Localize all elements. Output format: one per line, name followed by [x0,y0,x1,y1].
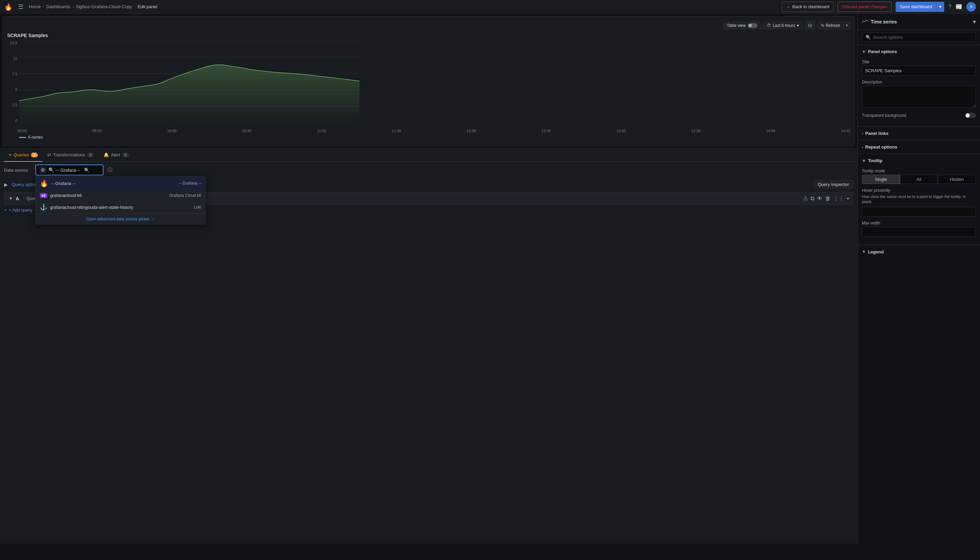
nav-right: ← Back to dashboard Discard panel change… [782,2,976,12]
query-copy-icon[interactable]: ⧉ [811,195,814,202]
time-range-button[interactable]: ⏱ Last 6 hours ▾ [763,22,803,29]
right-panel-search: 🔍 [858,30,980,45]
tab-alert[interactable]: 🔔 Alert 0 [99,149,134,162]
hamburger-button[interactable]: ☰ [18,3,23,10]
panel-links-chevron: › [862,131,863,136]
panel-type-chevron[interactable]: ▾ [973,18,976,25]
dropdown-item-loki[interactable]: ⚓ grafanacloud-nitingouda-alert-state-hi… [36,201,205,213]
section-legend[interactable]: ▼ Legend [858,247,980,257]
query-letter: A [16,196,24,201]
datasource-label: Data source [4,168,31,173]
top-nav: 🔥 ☰ Home › Dashboards › SigNoz-Grafana-C… [0,0,980,13]
max-width-label: Max width [862,221,976,225]
query-alert-icon[interactable]: ⚠ [803,195,808,202]
table-view-toggle[interactable]: Table view [723,22,761,29]
transparent-bg-toggle[interactable] [965,113,976,118]
refresh-chevron-button[interactable]: ▾ [844,22,850,29]
section-panel-options[interactable]: ▼ Panel options [858,46,980,57]
datasource-select[interactable]: 🔍 -- Grafana -- 🔍 [35,165,103,175]
save-dashboard-button[interactable]: Save dashboard [895,2,936,12]
query-collapse-icon[interactable]: ▼ [8,196,13,201]
query-drag-icon[interactable]: ⋮⋮ [833,195,844,202]
tooltip-mode-hidden[interactable]: Hidden [938,175,976,184]
loki-icon: ⚓ [40,203,47,211]
zoom-button[interactable]: ⊖ [805,21,815,30]
tooltip-chevron: ▼ [862,158,866,163]
hover-prox-desc: How close the cursor must be to a point … [862,194,976,205]
refresh-group: ↻ Refresh ▾ [817,22,850,29]
query-panel: ≡ Queries 1 ⇄ Transformations 0 🔔 Alert … [0,148,857,543]
section-panel-links[interactable]: › Panel links [858,128,980,138]
legend-chevron: ▼ [862,249,866,254]
chart-area: Table view ⏱ Last 6 hours ▾ ⊖ ↻ Refresh … [3,17,855,146]
tooltip-mode-label: Tooltip mode [862,168,976,173]
query-select-chevron[interactable]: ▾ [847,196,849,201]
panel-type-label: Time series [871,19,897,25]
chart-title: SCRAPE Samples [7,33,850,38]
panel-type-selector[interactable]: Time series [862,18,897,25]
save-dashboard-group: Save dashboard ▾ [895,2,944,12]
news-icon[interactable]: 📰 [955,3,962,10]
search-icon: 🔍 [48,167,54,173]
section-tooltip[interactable]: ▼ Tooltip [858,155,980,166]
chart-container: 12.5 10 7.5 5 2.5 0 [7,41,850,140]
save-dashboard-chevron[interactable]: ▾ [936,2,944,12]
transparent-bg-row: Transparent background [862,113,976,118]
breadcrumb-home[interactable]: Home [29,4,41,9]
user-avatar[interactable]: A [967,2,976,12]
table-view-switch[interactable] [748,23,757,28]
k6-icon: k6 [40,193,47,198]
legend-label: A-series [28,135,43,140]
app-logo: 🔥 [4,3,13,11]
refresh-button[interactable]: ↻ Refresh [817,22,844,29]
hover-prox-input[interactable] [862,207,976,217]
hover-prox-label: Hover proximity [862,188,976,193]
tab-transformations[interactable]: ⇄ Transformations 0 [43,149,99,162]
dropdown-item-k6[interactable]: k6 grafanacloud-k6 Grafana Cloud k6 [36,190,205,201]
help-icon[interactable]: ? [948,4,952,10]
query-delete-icon[interactable]: 🗑 [825,195,831,202]
breadcrumb-dashboards[interactable]: Dashboards [46,4,70,9]
tooltip-content: Tooltip mode Single All Hidden Hover pro… [858,166,980,243]
left-panel: Table view ⏱ Last 6 hours ▾ ⊖ ↻ Refresh … [0,13,857,543]
back-to-dashboard-button[interactable]: ← Back to dashboard [782,2,834,12]
info-icon[interactable]: ⓘ [108,167,112,173]
breadcrumb: Home › Dashboards › SigNoz-Grafana-Cloud… [29,4,157,9]
collapse-icon[interactable]: ▶ [4,182,8,187]
query-inspector-button[interactable]: Query inspector [813,180,854,189]
dropdown-item-grafana[interactable]: 🔥 -- Grafana -- -- Grafana -- [36,177,205,190]
chart-svg [19,41,359,123]
title-field-input[interactable] [862,66,976,76]
chart-topbar: Table view ⏱ Last 6 hours ▾ ⊖ ↻ Refresh … [7,21,850,30]
query-tabs: ≡ Queries 1 ⇄ Transformations 0 🔔 Alert … [0,149,857,162]
tooltip-mode-all[interactable]: All [900,175,938,184]
transparent-bg-label: Transparent background [862,113,906,118]
repeat-options-chevron: › [862,145,863,150]
description-input[interactable] [862,86,976,108]
tab-queries[interactable]: ≡ Queries 1 [4,149,43,162]
main-layout: Table view ⏱ Last 6 hours ▾ ⊖ ↻ Refresh … [0,13,980,543]
search-options-input[interactable] [873,35,972,40]
search-icon-right: 🔍 [84,168,90,173]
search-icon: 🔍 [865,35,871,40]
x-axis: 09:00 09:30 10:00 10:30 11:00 11:30 12:0… [17,129,850,133]
grafana-icon: 🔥 [40,179,48,187]
datasource-dropdown: 🔥 -- Grafana -- -- Grafana -- k6 grafana… [35,176,206,225]
datasource-row: Data source 🔍 -- Grafana -- 🔍 [4,165,854,175]
y-axis: 12.5 10 7.5 5 2.5 0 [7,41,17,123]
advanced-picker-link[interactable]: Open advanced data source picker → [36,213,205,224]
description-label: Description [862,80,976,85]
discard-changes-button[interactable]: Discard panel changes [838,2,892,12]
legend-color [19,137,26,138]
datasource-selected-value: -- Grafana -- [56,168,81,173]
right-panel: Time series ▾ 🔍 ▼ Panel options Title De… [857,13,980,543]
tooltip-mode-single[interactable]: Single [862,175,900,184]
right-panel-body: ▼ Panel options Title Description Transp… [858,45,980,543]
section-repeat-options[interactable]: › Repeat options [858,142,980,152]
query-row-actions: ⚠ ⧉ 👁 🗑 ⋮⋮ ▾ [803,195,849,202]
breadcrumb-signoz[interactable]: SigNoz-Grafana-Cloud Copy [76,4,132,9]
query-eye-icon[interactable]: 👁 [817,195,822,202]
max-width-input[interactable] [862,227,976,237]
time-series-icon [862,18,868,25]
chart-legend: A-series [19,135,43,140]
